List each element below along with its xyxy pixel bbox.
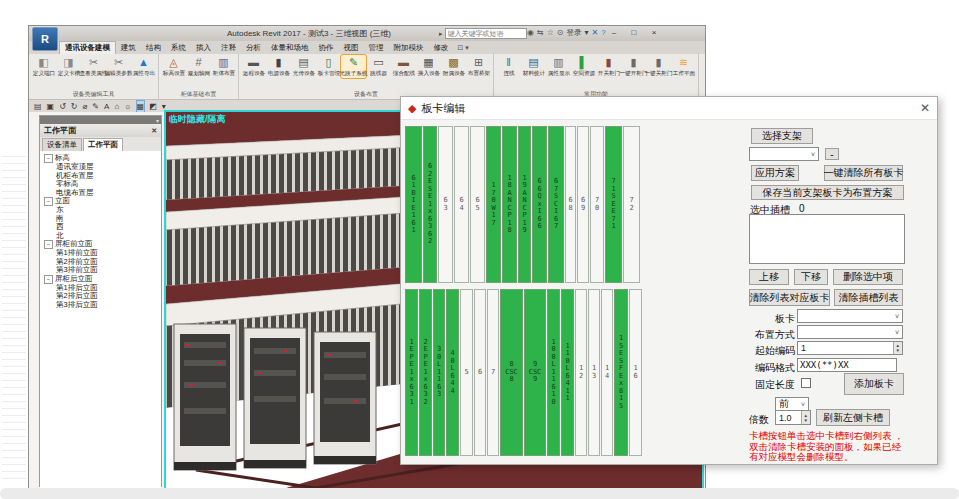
slot-bar[interactable]: 70 bbox=[590, 126, 604, 283]
slot-bar[interactable]: 8CSC8 bbox=[500, 289, 523, 456]
open-all-doors-button[interactable]: ▮一键开柜门 bbox=[621, 55, 646, 78]
clear-slot-list-button[interactable]: 清除插槽列表 bbox=[834, 289, 903, 306]
slot-bar[interactable]: 65 bbox=[470, 126, 485, 283]
grid-plan-button[interactable]: #规划轴网 bbox=[186, 55, 211, 78]
slot-bar[interactable]: 62ESE1x6362 bbox=[423, 126, 437, 283]
slot-bar[interactable]: 68 bbox=[565, 126, 576, 283]
remote-device-button[interactable]: ▬远程设备 bbox=[241, 55, 266, 78]
search-icon[interactable]: ◉ bbox=[527, 28, 534, 38]
cabinet-layout-button[interactable]: ▥柜体布置 bbox=[211, 55, 236, 78]
layout-mode-combobox[interactable]: ˅ bbox=[797, 325, 903, 339]
slot-bar[interactable]: 15ESFEx815 bbox=[614, 289, 628, 456]
slot-bar[interactable]: 72 bbox=[623, 126, 640, 283]
tree-item[interactable]: 第3排后立面 bbox=[40, 301, 161, 310]
slot-bar[interactable]: 2EPE1x632 bbox=[419, 289, 432, 456]
tree-expander-icon[interactable]: − bbox=[44, 275, 53, 284]
tabs-overflow-icon[interactable]: ⊡ ▾ bbox=[454, 42, 473, 54]
move-down-button[interactable]: 下移 bbox=[794, 269, 828, 285]
slot-bar[interactable]: 12 bbox=[575, 289, 587, 456]
material-stats-button[interactable]: ▤材料统计 bbox=[521, 55, 546, 78]
export-props-button[interactable]: ▲属性导出 bbox=[131, 55, 156, 78]
pen-icon[interactable]: ✎ bbox=[92, 101, 99, 112]
apply-scheme-button[interactable]: 应用方案 bbox=[751, 165, 799, 181]
props-display-button[interactable]: ▥属性显示 bbox=[546, 55, 571, 78]
slot-bar[interactable]: 66QxI66 bbox=[532, 126, 547, 283]
ribbon-tab[interactable]: 协作 bbox=[314, 42, 339, 54]
auxiliary-device-button[interactable]: ▩附属设备 bbox=[441, 55, 466, 78]
slot-bar[interactable]: 14 bbox=[601, 289, 613, 456]
measure-icon[interactable]: ⌀ bbox=[83, 101, 88, 112]
scheme-minus-button[interactable]: - bbox=[825, 148, 839, 160]
clear-all-cards-button[interactable]: 一键清除所有板卡 bbox=[824, 165, 903, 181]
slot-bar[interactable]: 13 bbox=[588, 289, 600, 456]
slot-bar[interactable]: 110L6411 bbox=[561, 289, 574, 456]
code-format-input[interactable] bbox=[800, 359, 894, 371]
fixed-length-checkbox[interactable] bbox=[801, 378, 811, 388]
ribbon-tab[interactable]: 管理 bbox=[364, 42, 389, 54]
user-icon[interactable]: ⊙ bbox=[557, 28, 564, 38]
maximize-button[interactable]: □ bbox=[627, 27, 641, 38]
tree-expander-icon[interactable]: − bbox=[44, 197, 53, 206]
define-port-button[interactable]: ◧定义端口 bbox=[31, 55, 56, 78]
optical-device-button[interactable]: ▤光传设备 bbox=[291, 55, 316, 78]
thin-lines-icon[interactable]: ▦ bbox=[137, 101, 145, 112]
search-input[interactable] bbox=[445, 28, 527, 39]
start-code-spinner[interactable]: 1 ▲▼ bbox=[797, 341, 903, 355]
help-icon[interactable]: ? bbox=[601, 28, 605, 38]
ribbon-tab[interactable]: 视图 bbox=[339, 42, 364, 54]
slot-bar[interactable]: 61BIE161 bbox=[405, 126, 422, 283]
slot-bar[interactable]: 30L1163 bbox=[433, 289, 445, 456]
selected-slots-listbox[interactable] bbox=[749, 214, 905, 264]
refresh-left-slots-button[interactable]: 刷新左侧卡槽 bbox=[816, 409, 890, 426]
render-icon[interactable]: ◩ bbox=[149, 101, 157, 112]
move-up-button[interactable]: 上移 bbox=[749, 269, 789, 285]
redo-icon[interactable]: ↻ bbox=[71, 101, 78, 112]
space-resource-button[interactable]: ▌空间资源 bbox=[571, 55, 596, 78]
slot-bar[interactable]: 7 bbox=[487, 289, 499, 456]
slot-bar[interactable]: 40L644 bbox=[446, 289, 459, 456]
fiber-jump-subsystem-button[interactable]: ✎光跳子系统 bbox=[341, 55, 366, 78]
slot-bar[interactable]: 69 bbox=[577, 126, 589, 283]
access-device-button[interactable]: ▦接入设备 bbox=[416, 55, 441, 78]
level-settings-button[interactable]: ◬标高设置 bbox=[161, 55, 186, 78]
revit-app-button[interactable]: R bbox=[32, 27, 58, 51]
edit-class-params-button[interactable]: ✂编辑类参数 bbox=[106, 55, 131, 78]
ribbon-tab[interactable]: 体量和场地 bbox=[266, 42, 314, 54]
save-scheme-button[interactable]: 保存当前支架板卡为布置方案 bbox=[751, 185, 904, 200]
spin-down-icon[interactable]: ▼ bbox=[894, 348, 902, 353]
slot-bar[interactable]: 6 bbox=[474, 289, 486, 456]
ribbon-tab[interactable]: 插入 bbox=[191, 42, 216, 54]
share-icon[interactable]: ⇆ bbox=[537, 28, 544, 38]
slot-bar[interactable]: 67SCI67 bbox=[548, 126, 564, 283]
select-rack-button[interactable]: 选择支架 bbox=[751, 128, 813, 144]
favorites-icon[interactable]: ☆ bbox=[547, 28, 554, 38]
slot-bar[interactable]: 71SEE71 bbox=[605, 126, 622, 283]
ribbon-tab[interactable]: 修改 bbox=[429, 42, 454, 54]
save-icon[interactable]: ▣ bbox=[47, 101, 55, 112]
spin-down-icon[interactable]: ▼ bbox=[802, 418, 810, 423]
toggle-cabinet-door-button[interactable]: ▮开关柜门 bbox=[596, 55, 621, 78]
work-plane-button[interactable]: ≋工作平面 bbox=[671, 55, 696, 78]
undo-icon[interactable]: ↺ bbox=[59, 101, 66, 112]
tree-expander-icon[interactable]: − bbox=[44, 154, 53, 163]
slot-bar[interactable]: 5 bbox=[460, 289, 473, 456]
position-combobox[interactable]: 前˅ bbox=[775, 397, 809, 411]
open-icon[interactable]: ▤ bbox=[34, 101, 42, 112]
board-manage-button[interactable]: ▯板卡管理 bbox=[316, 55, 341, 78]
ribbon-tab[interactable]: 系统 bbox=[166, 42, 191, 54]
cabling-button[interactable]: ▬综合配线 bbox=[391, 55, 416, 78]
panel-tab[interactable]: 设备清单 bbox=[42, 138, 82, 151]
exchange-icon[interactable]: ✕ bbox=[592, 28, 599, 38]
ribbon-tab[interactable]: 通讯设备建模 bbox=[59, 41, 116, 54]
panel-tab[interactable]: 工作平面 bbox=[83, 138, 123, 151]
ribbon-tab[interactable]: 注释 bbox=[216, 42, 241, 54]
home-view-icon[interactable]: ⌂ bbox=[114, 101, 119, 112]
ribbon-tab[interactable]: 分析 bbox=[241, 42, 266, 54]
slot-bar[interactable]: 100L11610 bbox=[547, 289, 560, 456]
sun-icon[interactable]: ☼ bbox=[124, 101, 131, 112]
multiple-spinner[interactable]: 1.0 ▲▼ bbox=[775, 410, 811, 425]
clear-list-cards-button[interactable]: 清除列表对应板卡 bbox=[749, 289, 830, 306]
scheme-combobox[interactable]: ˅ bbox=[749, 147, 819, 161]
connect-line-button[interactable]: ‖连线 bbox=[496, 55, 521, 78]
slot-bar[interactable]: 1EPE1x631 bbox=[405, 289, 418, 456]
